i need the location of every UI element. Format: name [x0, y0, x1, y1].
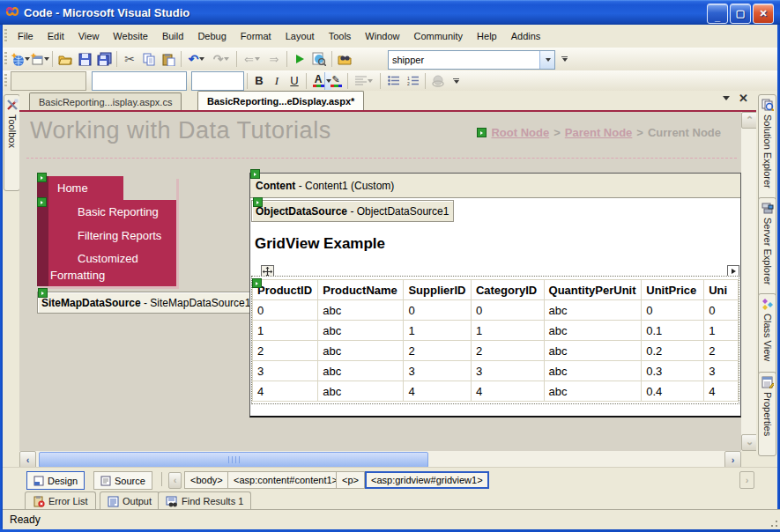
- scrollbar-thumb[interactable]: [39, 452, 428, 468]
- redo-button[interactable]: ↷: [209, 49, 234, 69]
- underline-button[interactable]: U: [286, 72, 303, 90]
- objectdatasource-control[interactable]: ObjectDataSource - ObjectDataSource1: [251, 200, 454, 222]
- toolbar-options-button[interactable]: [450, 72, 461, 90]
- sitemappath-adorner-icon[interactable]: [477, 128, 487, 137]
- menu-debug[interactable]: Debug: [190, 27, 233, 45]
- content-adorner-icon[interactable]: [250, 169, 260, 179]
- hyperlink-button[interactable]: [428, 71, 448, 91]
- copy-button[interactable]: [139, 49, 159, 69]
- toolbar-grip[interactable]: [4, 52, 7, 66]
- output-tab[interactable]: Output: [100, 491, 160, 510]
- bullet-list-button[interactable]: [383, 71, 403, 91]
- document-tab-codebehind[interactable]: BasicReporting...isplay.aspx.cs: [29, 92, 182, 110]
- menu-item-basic-reporting[interactable]: Basic Reporting: [48, 200, 176, 224]
- menu-help[interactable]: Help: [470, 27, 504, 45]
- maximize-button[interactable]: ▢: [730, 4, 751, 24]
- document-list-dropdown-icon[interactable]: [723, 96, 730, 100]
- design-view-button[interactable]: Design: [26, 471, 85, 490]
- breadcrumb-parent-link[interactable]: Parent Node: [565, 126, 633, 139]
- editor-vertical-scrollbar[interactable]: ⌃ ⌄: [741, 112, 756, 451]
- find-results-tab[interactable]: Find Results 1: [158, 491, 251, 510]
- close-document-icon[interactable]: ✕: [739, 92, 748, 105]
- source-view-button[interactable]: Source: [93, 471, 152, 490]
- bold-button[interactable]: B: [250, 72, 268, 90]
- navigate-backward-button[interactable]: ⇐: [240, 49, 264, 69]
- toolbar-grip[interactable]: [4, 74, 7, 88]
- content-panel-header[interactable]: Content - Content1 (Custom): [250, 174, 740, 198]
- cut-button[interactable]: ✂: [120, 49, 139, 69]
- menu-tools[interactable]: Tools: [322, 27, 359, 45]
- menu-adorner-icon[interactable]: [37, 197, 47, 207]
- open-file-button[interactable]: [56, 49, 75, 69]
- navigate-forward-button[interactable]: ⇒: [264, 49, 284, 69]
- align-button[interactable]: [351, 71, 377, 91]
- undo-button[interactable]: ↶: [184, 49, 209, 69]
- menu-item-filtering-reports[interactable]: Filtering Reports: [48, 224, 176, 248]
- font-color-button[interactable]: A: [309, 72, 327, 90]
- editor-horizontal-scrollbar[interactable]: ‹ ›: [19, 451, 741, 467]
- start-debugging-button[interactable]: [290, 49, 309, 69]
- document-tab-aspx[interactable]: BasicReporting...eDisplay.aspx*: [197, 91, 364, 110]
- menu-window[interactable]: Window: [358, 27, 406, 45]
- find-in-files-button[interactable]: [335, 49, 354, 69]
- numbered-list-button[interactable]: 12: [403, 71, 422, 91]
- scroll-right-button[interactable]: ›: [724, 451, 741, 469]
- font-size-combobox[interactable]: [191, 71, 244, 91]
- server-explorer-tab[interactable]: Server Explorer: [758, 197, 776, 298]
- menu-edit[interactable]: Edit: [41, 27, 71, 45]
- font-combobox[interactable]: [92, 71, 187, 91]
- scroll-down-button[interactable]: ⌄: [741, 434, 756, 451]
- tag-asp-content[interactable]: <asp:content#content1>: [227, 471, 344, 489]
- menu-build[interactable]: Build: [155, 27, 190, 45]
- scroll-left-button[interactable]: ‹: [19, 451, 36, 469]
- objectdatasource-adorner-icon[interactable]: [253, 197, 263, 207]
- menu-view[interactable]: View: [71, 27, 107, 45]
- tag-scroll-right-button[interactable]: ›: [739, 471, 754, 489]
- toolbar-grip[interactable]: [4, 29, 7, 43]
- menu-item-customized-formatting[interactable]: Customized Formatting: [48, 248, 176, 286]
- sitemapdatasource-control[interactable]: SiteMapDataSource - SiteMapDataSource1: [37, 292, 256, 314]
- error-list-tab[interactable]: Error List: [25, 491, 96, 510]
- italic-button[interactable]: I: [268, 72, 286, 90]
- dropdown-arrow-icon: [454, 80, 459, 84]
- find-dropdown-button[interactable]: [539, 51, 554, 69]
- menu-adorner-icon[interactable]: [37, 173, 47, 182]
- scroll-up-button[interactable]: ⌃: [741, 112, 756, 129]
- style-combobox[interactable]: [11, 71, 86, 91]
- toolbox-tab[interactable]: Toolbox: [4, 94, 20, 191]
- menu-format[interactable]: Format: [234, 27, 279, 45]
- minimize-button[interactable]: _: [707, 4, 728, 24]
- breadcrumb-root-link[interactable]: Root Node: [491, 126, 549, 139]
- find-input[interactable]: [389, 51, 539, 69]
- gridview-control[interactable]: ProductID ProductName SupplierID Categor…: [251, 276, 739, 404]
- menu-file[interactable]: File: [11, 27, 41, 45]
- view-in-browser-button[interactable]: [309, 49, 329, 69]
- tag-p[interactable]: <p>: [336, 471, 365, 489]
- chevron-up-icon: ⌃: [746, 115, 754, 125]
- highlight-button[interactable]: ✎: [327, 72, 345, 90]
- menu-item-home[interactable]: Home: [48, 176, 123, 200]
- sitemapdatasource-adorner-icon[interactable]: [38, 288, 48, 298]
- menu-layout[interactable]: Layout: [279, 27, 322, 45]
- add-new-item-button[interactable]: [30, 49, 49, 69]
- svg-text:2: 2: [407, 81, 410, 85]
- gridview-adorner-icon[interactable]: [252, 278, 262, 288]
- resize-grip[interactable]: [771, 516, 780, 528]
- tag-scroll-left-button[interactable]: ‹: [168, 472, 182, 489]
- save-all-button[interactable]: [94, 49, 114, 69]
- control-type-label: ObjectDataSource: [256, 205, 347, 218]
- save-button[interactable]: [75, 49, 94, 69]
- properties-tab[interactable]: Properties: [758, 372, 776, 456]
- class-view-tab[interactable]: Class View: [758, 293, 776, 376]
- toolbar-options-button[interactable]: [559, 50, 569, 68]
- tag-asp-gridview[interactable]: <asp:gridview#gridview1>: [365, 471, 489, 489]
- menu-addins[interactable]: Addins: [504, 27, 548, 45]
- tag-body[interactable]: <body>: [184, 471, 229, 489]
- masthead-title: Working with Data Tutorials: [30, 117, 331, 144]
- close-button[interactable]: ✕: [753, 4, 774, 24]
- solution-explorer-tab[interactable]: Solution Explorer: [758, 94, 776, 202]
- paste-button[interactable]: [159, 49, 178, 69]
- menu-community[interactable]: Community: [406, 27, 470, 45]
- menu-website[interactable]: Website: [106, 27, 155, 45]
- new-website-button[interactable]: [11, 49, 30, 69]
